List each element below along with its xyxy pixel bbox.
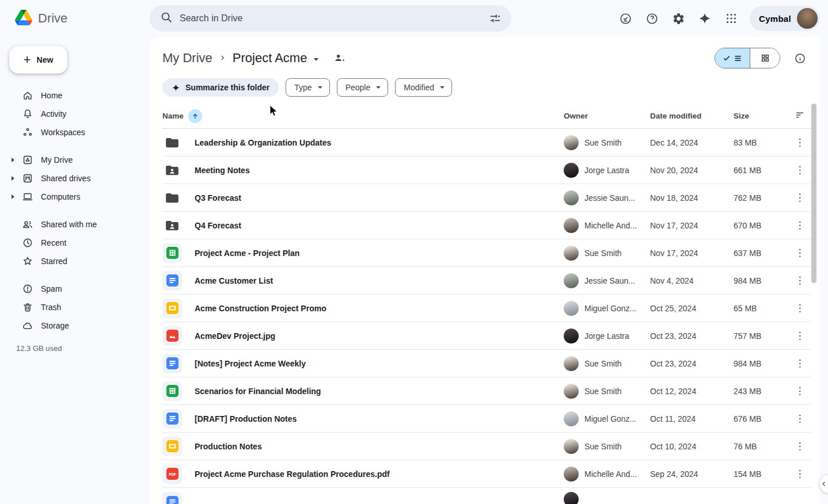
drive-brand[interactable]: Drive [0,10,150,28]
file-row[interactable]: AcmeDev Project.jpg Jorge Lastra Oct 23,… [162,322,811,350]
offline-check-icon[interactable] [614,7,637,30]
more-options-button[interactable]: ⋮ [791,354,809,373]
check-icon [723,54,731,62]
more-options-button[interactable]: ⋮ [791,437,809,456]
sidebar-item-trash[interactable]: Trash [9,298,143,316]
search-bar[interactable] [150,5,511,32]
file-row[interactable]: PDF Project Acme Purchase Regulation Pro… [162,460,811,488]
owner-avatar [564,439,579,454]
breadcrumb-my-drive[interactable]: My Drive [162,51,212,66]
folder-shared-icon [162,161,182,180]
gemini-spark-icon[interactable] [693,7,716,30]
column-size[interactable]: Size [734,112,788,120]
more-options-button[interactable] [791,492,809,504]
more-options-button[interactable]: ⋮ [791,299,809,318]
file-row[interactable]: [DRAFT] Production Notes Miguel Gonz... … [162,405,811,433]
file-name: [DRAFT] Production Notes [195,414,297,423]
info-icon[interactable] [788,47,811,70]
expand-caret-icon[interactable] [12,176,14,181]
sort-options-icon[interactable] [795,110,805,122]
owner-name: Sue Smith [584,138,622,147]
sidebar-item-spam[interactable]: Spam [9,280,143,298]
more-options-button[interactable]: ⋮ [791,216,809,235]
pdf-icon: PDF [162,464,182,484]
bell-icon [22,108,33,120]
user-avatar[interactable] [797,8,818,29]
file-row[interactable]: Meeting Notes Jorge Lastra Nov 20, 2024 … [162,156,811,184]
search-input[interactable] [180,13,484,24]
more-options-button[interactable]: ⋮ [791,272,809,290]
file-row[interactable]: Q3 Forecast Jessie Saun... Nov 18, 2024 … [162,184,811,212]
more-options-button[interactable]: ⋮ [791,465,809,483]
more-options-button[interactable]: ⋮ [791,189,809,207]
org-logo: Cymbal [759,14,791,24]
sort-ascending-icon[interactable] [188,109,202,123]
file-row[interactable]: [Notes] Project Acme Weekly Sue Smith Oc… [162,350,811,377]
more-options-button[interactable]: ⋮ [791,382,809,400]
help-icon[interactable] [640,7,663,30]
list-view-button[interactable] [715,48,750,68]
sidebar-item-shared-drives[interactable]: Shared drives [9,169,143,188]
sidebar-item-label: Activity [41,109,66,119]
more-options-button[interactable]: ⋮ [791,133,809,152]
expand-caret-icon[interactable] [12,158,14,162]
my-drive-icon [22,154,33,166]
column-owner[interactable]: Owner [564,112,650,120]
filter-chip-people[interactable]: People [337,78,389,97]
file-name: AcmeDev Project.jpg [195,331,275,341]
main-content: My Drive Project Acme [150,37,821,504]
new-button[interactable]: + New [9,46,67,74]
computer-icon [22,191,33,203]
sidebar-item-shared-with-me[interactable]: Shared with me [9,215,143,234]
sidebar-item-recent[interactable]: Recent [9,234,143,252]
sidebar-item-storage[interactable]: Storage [9,316,143,335]
owner-name: Miguel Gonz... [584,414,636,423]
apps-grid-icon[interactable] [720,7,743,30]
search-icon[interactable] [160,11,173,26]
sidebar-item-starred[interactable]: Starred [9,252,143,270]
scrollbar-thumb[interactable] [811,104,816,283]
file-row[interactable] [162,488,811,504]
file-size: 154 MB [734,469,788,479]
sidebar-item-computers[interactable]: Computers [9,188,143,206]
share-people-icon[interactable] [333,52,346,64]
file-row[interactable]: Production Notes Sue Smith Oct 10, 2024 … [162,433,811,460]
file-size: 637 MB [734,249,788,258]
file-row[interactable]: Leadership & Organization Updates Sue Sm… [162,129,811,156]
date-modified: Dec 14, 2024 [650,138,734,147]
column-name[interactable]: Name [162,112,184,120]
doc-icon [162,354,182,373]
chevron-down-icon [440,86,445,89]
folder-icon [162,133,182,152]
drive-logo-icon [15,10,32,28]
grid-view-button[interactable] [750,48,780,68]
owner-name: Sue Smith [584,249,622,258]
file-row[interactable]: Q4 Forecast Michelle And... Nov 17, 2024… [162,212,811,239]
sheet-icon [162,381,182,401]
more-options-button[interactable]: ⋮ [791,327,809,345]
file-row[interactable]: Acme Customer List Jessie Saun... Nov 4,… [162,267,811,295]
tune-icon[interactable] [484,7,507,30]
owner-name: Miguel Gonz... [584,304,636,313]
filter-chip-type[interactable]: Type [286,78,329,97]
more-options-button[interactable]: ⋮ [791,244,809,262]
account-pill[interactable]: Cymbal [750,6,820,31]
settings-gear-icon[interactable] [667,7,690,30]
file-row[interactable]: Acme Construction Project Promo Miguel G… [162,295,811,322]
more-options-button[interactable]: ⋮ [791,161,809,180]
chevron-right-icon [218,52,227,64]
chevron-down-icon[interactable] [314,58,318,61]
sidebar-item-home[interactable]: Home [9,86,143,105]
expand-caret-icon[interactable] [12,194,14,199]
breadcrumb-current-folder[interactable]: Project Acme [233,51,307,66]
more-options-button[interactable]: ⋮ [791,410,809,428]
column-date-modified[interactable]: Date modified [650,112,734,120]
summarize-folder-button[interactable]: Summarize this folder [162,78,279,97]
file-row[interactable]: Project Acme - Project Plan Sue Smith No… [162,239,811,267]
sidebar-item-activity[interactable]: Activity [9,105,143,123]
filter-chip-modified[interactable]: Modified [395,78,452,97]
sidebar-item-my-drive[interactable]: My Drive [9,151,143,169]
slide-icon [162,437,182,456]
file-row[interactable]: Scenarios for Financial Modeling Sue Smi… [162,377,811,405]
sidebar-item-workspaces[interactable]: Workspaces [9,123,143,142]
